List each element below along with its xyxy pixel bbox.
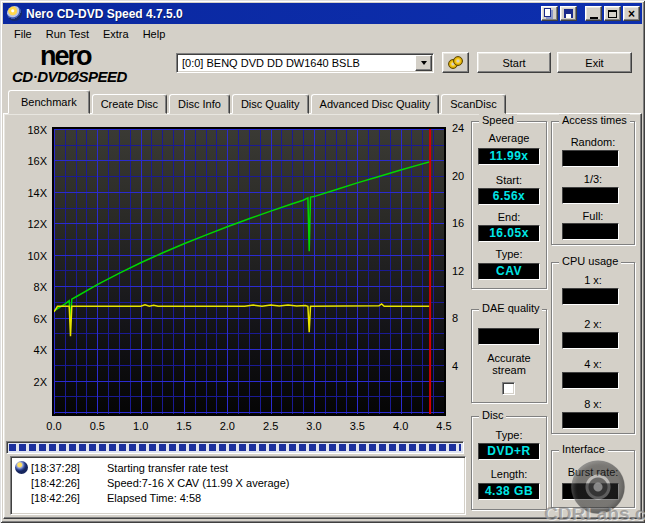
disc-group: Disc Type: DVD+R Length: 4.38 GB [471, 416, 547, 510]
x-axis-tick: 0.0 [46, 420, 61, 432]
y-axis-left-tick: 10X [0, 250, 47, 262]
minimize-button[interactable] [585, 6, 602, 21]
report-button[interactable] [541, 6, 558, 21]
chart-series-layer [54, 129, 444, 414]
test-progress-bar [6, 441, 464, 454]
logo-disc-icon: Ø [67, 68, 78, 85]
log-message: Speed:7-16 X CAV (11.99 X average) [93, 477, 289, 489]
x-axis-tick: 1.0 [133, 420, 148, 432]
speed-start-label: Start: [472, 174, 546, 186]
speed-group-title: Speed [479, 114, 517, 126]
read-speed-curve [54, 162, 430, 322]
cpu-1x-value [562, 288, 619, 305]
start-button[interactable]: Start [477, 52, 551, 73]
speed-start-value: 6.56x [478, 188, 540, 205]
y-axis-right-tick: 12 [452, 265, 464, 277]
drive-select-arrow[interactable] [415, 55, 432, 71]
y-axis-right-tick: 16 [452, 217, 464, 229]
cpu-8x-value [562, 412, 619, 429]
speed-group: Speed Average 11.99x Start: 6.56x End: 1… [471, 121, 547, 289]
x-axis-tick: 3.0 [306, 420, 321, 432]
y-axis-left-tick: 6X [0, 313, 47, 325]
tab-advanced-disc-quality[interactable]: Advanced Disc Quality [311, 94, 440, 114]
y-axis-left-tick: 12X [0, 218, 47, 230]
transfer-rate-chart [52, 127, 446, 416]
cpu-4x-value [562, 372, 619, 389]
log-timestamp: [18:37:28] [31, 462, 93, 474]
log-line: [18:42:26]Elapsed Time: 4:58 [15, 490, 461, 505]
close-button[interactable]: × [623, 6, 640, 21]
app-icon [7, 6, 22, 21]
speed-average-value: 11.99x [478, 148, 540, 165]
menu-item-help[interactable]: Help [136, 26, 173, 42]
test-progress-fill [9, 444, 461, 451]
access-random-label: Random: [552, 136, 634, 148]
minimize-icon [590, 17, 598, 19]
tab-scandisc[interactable]: ScanDisc [441, 94, 505, 114]
discs-icon [448, 56, 464, 70]
interface-group-title: Interface [559, 443, 608, 455]
burst-rate-label: Burst rate: [552, 466, 634, 478]
dae-quality-group: DAE quality Accurate stream [471, 309, 547, 403]
y-axis-left-tick: 16X [0, 155, 47, 167]
save-icon [564, 9, 573, 18]
x-axis-tick: 2.5 [263, 420, 278, 432]
speed-end-label: End: [472, 211, 546, 223]
x-axis-tick: 1.5 [176, 420, 191, 432]
window-title: Nero CD-DVD Speed 4.7.5.0 [26, 7, 541, 21]
log-line: [18:42:26]Speed:7-16 X CAV (11.99 X aver… [15, 475, 461, 490]
close-icon: × [628, 9, 635, 19]
y-axis-left-tick: 18X [0, 124, 47, 136]
access-times-group: Access times Random: 1/3: Full: [551, 121, 635, 245]
tab-create-disc[interactable]: Create Disc [92, 94, 167, 114]
access-full-value [562, 223, 619, 240]
log-message: Elapsed Time: 4:58 [93, 492, 201, 504]
report-icon [544, 8, 551, 17]
menu-bar: FileRun TestExtraHelp [3, 24, 642, 43]
tab-disc-info[interactable]: Disc Info [169, 94, 230, 114]
y-axis-left-tick: 2X [0, 376, 47, 388]
y-axis-right-tick: 20 [452, 170, 464, 182]
speed-average-label: Average [472, 132, 546, 144]
log-timestamp: [18:42:26] [31, 477, 93, 489]
access-full-label: Full: [552, 210, 634, 222]
tab-benchmark[interactable]: Benchmark [8, 90, 90, 114]
cpu-8x-label: 8 x: [552, 398, 634, 410]
y-axis-left-tick: 8X [0, 281, 47, 293]
tab-bar: BenchmarkCreate DiscDisc InfoDisc Qualit… [8, 90, 508, 114]
y-axis-right-tick: 8 [452, 312, 458, 324]
disc-length-label: Length: [472, 468, 546, 480]
speed-type-value: CAV [478, 263, 540, 280]
y-axis-left-tick: 4X [0, 344, 47, 356]
x-axis-tick: 0.5 [90, 420, 105, 432]
access-one-third-label: 1/3: [552, 173, 634, 185]
dae-quality-value [478, 328, 540, 345]
tab-disc-quality[interactable]: Disc Quality [232, 94, 309, 114]
save-button[interactable] [560, 6, 577, 21]
cpu-usage-group: CPU usage 1 x: 2 x: 4 x: 8 x: [551, 262, 635, 434]
log-icon-spacer [15, 491, 28, 504]
access-times-group-title: Access times [559, 114, 630, 126]
access-random-value [562, 150, 619, 167]
menu-item-run-test[interactable]: Run Test [39, 26, 96, 42]
chevron-down-icon [421, 61, 427, 65]
menu-item-file[interactable]: File [7, 26, 39, 42]
nero-logo-subtitle: CD·DVDØSPEED [12, 68, 142, 85]
disc-length-value: 4.38 GB [478, 483, 540, 500]
disc-type-value: DVD+R [478, 443, 540, 460]
log-line: [18:37:28]Starting transfer rate test [15, 460, 461, 475]
accurate-stream-label-line1: Accurate [472, 352, 546, 364]
log-message: Starting transfer rate test [93, 462, 228, 474]
maximize-button[interactable] [604, 6, 621, 21]
status-log[interactable]: [18:37:28]Starting transfer rate test[18… [10, 456, 466, 515]
exit-button[interactable]: Exit [557, 52, 632, 73]
menu-item-extra[interactable]: Extra [96, 26, 136, 42]
speed-type-label: Type: [472, 248, 546, 260]
burst-rate-value [562, 483, 619, 500]
x-axis-tick: 4.0 [393, 420, 408, 432]
drive-select[interactable]: [0:0] BENQ DVD DD DW1640 BSLB [176, 53, 434, 73]
eject-discs-button[interactable] [442, 52, 469, 73]
speed-end-value: 16.05x [478, 225, 540, 242]
cpu-1x-label: 1 x: [552, 274, 634, 286]
accurate-stream-checkbox[interactable] [502, 382, 515, 395]
